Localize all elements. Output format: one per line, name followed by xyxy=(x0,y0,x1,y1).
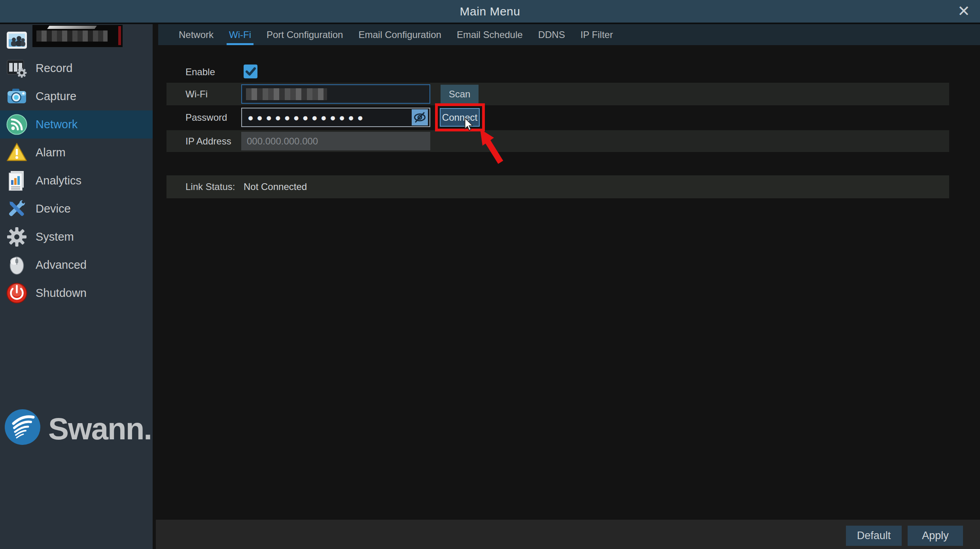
sidebar-item-device[interactable]: Device xyxy=(0,195,153,223)
wifi-ssid-input[interactable] xyxy=(241,84,430,104)
sidebar-item-advanced[interactable]: Advanced xyxy=(0,251,153,279)
live-view-icon xyxy=(6,29,28,51)
sidebar-item-label: Shutdown xyxy=(36,287,87,300)
password-masked-value: ●●●●●●●●●●●●● xyxy=(248,112,366,123)
tab-ddns[interactable]: DDNS xyxy=(538,24,565,45)
shutdown-icon xyxy=(6,282,28,304)
analytics-icon xyxy=(6,170,28,192)
sidebar-item-label: Advanced xyxy=(36,258,87,272)
sidebar-item-label: Device xyxy=(36,202,71,215)
password-input[interactable]: ●●●●●●●●●●●●● xyxy=(241,108,430,127)
ip-address-row: IP Address xyxy=(166,130,949,152)
wifi-ssid-redacted-value xyxy=(246,88,327,100)
network-icon xyxy=(6,114,28,135)
advanced-icon xyxy=(6,254,28,276)
swann-logo-text: Swann. xyxy=(48,411,151,447)
check-icon xyxy=(244,65,257,78)
sidebar-item-capture[interactable]: Capture xyxy=(0,82,153,110)
default-button[interactable]: Default xyxy=(846,526,902,546)
password-label: Password xyxy=(185,112,227,123)
eye-off-icon xyxy=(413,110,427,124)
tab-wifi[interactable]: Wi-Fi xyxy=(229,24,251,45)
sidebar-item-label: Capture xyxy=(36,90,76,103)
footer-bar: Default Apply xyxy=(156,520,980,549)
scan-button[interactable]: Scan xyxy=(441,85,479,103)
tab-port-configuration[interactable]: Port Configuration xyxy=(267,24,343,45)
sidebar: Record Capture xyxy=(0,24,153,549)
enable-label: Enable xyxy=(185,66,215,78)
device-icon xyxy=(6,198,28,220)
tab-network[interactable]: Network xyxy=(179,24,214,45)
sidebar-item-network[interactable]: Network xyxy=(0,110,153,139)
password-row: Password ●●●●●●●●●●●●● Connect xyxy=(166,105,949,130)
link-status-label: Link Status: xyxy=(185,181,235,192)
wifi-label: Wi-Fi xyxy=(185,89,208,100)
sidebar-item-system[interactable]: System xyxy=(0,223,153,251)
close-icon: ✕ xyxy=(957,3,970,19)
redacted-label xyxy=(32,25,123,47)
tab-bar: Network Wi-Fi Port Configuration Email C… xyxy=(158,24,980,45)
titlebar: Main Menu ✕ xyxy=(0,0,980,23)
sidebar-item-label: Alarm xyxy=(36,146,66,159)
sidebar-item-analytics[interactable]: Analytics xyxy=(0,167,153,195)
ip-address-label: IP Address xyxy=(185,136,231,147)
wifi-row: Wi-Fi Scan xyxy=(166,83,949,105)
ip-address-input[interactable] xyxy=(241,132,430,150)
record-icon xyxy=(6,57,28,79)
sidebar-item-label: System xyxy=(36,230,74,243)
link-status-value: Not Connected xyxy=(244,181,307,192)
sidebar-item-shutdown[interactable]: Shutdown xyxy=(0,279,153,307)
link-status-row: Link Status: Not Connected xyxy=(166,175,949,198)
swann-logo: Swann. xyxy=(4,408,150,453)
sidebar-item-label: Record xyxy=(36,62,73,75)
sidebar-item-record[interactable]: Record xyxy=(0,54,153,82)
tab-ip-filter[interactable]: IP Filter xyxy=(581,24,613,45)
enable-checkbox[interactable] xyxy=(244,65,257,78)
sidebar-item-label: Analytics xyxy=(36,174,81,187)
tab-email-schedule[interactable]: Email Schedule xyxy=(457,24,523,45)
sidebar-item-alarm[interactable]: Alarm xyxy=(0,139,153,167)
tab-email-configuration[interactable]: Email Configuration xyxy=(358,24,441,45)
connect-button[interactable]: Connect xyxy=(440,108,480,127)
window-title: Main Menu xyxy=(0,0,980,23)
capture-icon xyxy=(6,85,28,107)
sidebar-item-live-view[interactable] xyxy=(0,26,153,54)
apply-button[interactable]: Apply xyxy=(908,526,963,546)
close-button[interactable]: ✕ xyxy=(954,2,974,21)
sidebar-item-label: Network xyxy=(36,118,78,131)
main-menu-window: Main Menu ✕ xyxy=(0,0,980,549)
swann-logo-icon xyxy=(4,408,41,446)
system-icon xyxy=(6,226,28,248)
redaction-mark xyxy=(118,26,121,45)
show-password-toggle[interactable] xyxy=(412,109,428,125)
alarm-icon xyxy=(6,142,28,163)
